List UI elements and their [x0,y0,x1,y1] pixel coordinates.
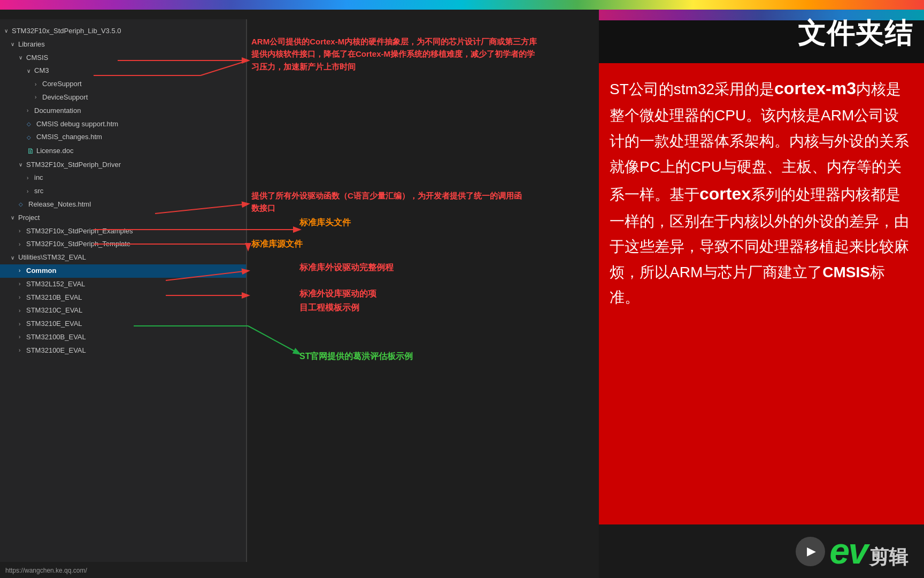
ide-area: ∨ STM32F10x_StdPeriph_Lib_V3.5.0 ∨ Libra… [0,19,599,562]
annotation-eval: ST官网提供的葛洪评估板示例 [299,350,413,363]
file-tree[interactable]: ∨ STM32F10x_StdPeriph_Lib_V3.5.0 ∨ Libra… [0,19,246,562]
tree-coresupport[interactable]: › CoreSupport [0,78,246,91]
ev-brand-logo: ev 剪辑 [829,533,908,571]
annotation-cmsis: ARM公司提供的Cortex-M内核的硬件抽象层，为不同的芯片设计厂商或第三方库… [251,35,537,73]
tree-project[interactable]: ∨ Project [0,211,246,225]
ev-brand-label: 剪辑 [869,544,908,571]
tree-cmsis-debug[interactable]: ◇ CMSIS debug support.htm [0,118,246,131]
tree-stm32100e[interactable]: › STM32100E_EVAL [0,344,246,358]
ev-play-button[interactable]: ▶ [796,537,825,566]
tree-item-label: Utilities\STM32_EVAL [18,252,86,263]
top-gradient-bar [0,0,924,10]
arrow-icon: › [27,187,34,196]
annotation-driver: 提供了所有外设驱动函数（C语言少量汇编），为开发者提供了统一的调用函 数接口 [251,189,522,215]
tree-item-label: Documentation [34,105,81,117]
arrow-icon: › [19,293,26,302]
tree-devicesupport[interactable]: › DeviceSupport [0,91,246,104]
tree-item-label: CMSIS_changes.htm [36,132,102,143]
tree-item-label: Project [18,212,40,224]
tree-item-label: STM32F10x_StdPeriph_Lib_V3.5.0 [12,26,121,37]
tree-item-label: STM3210E_EVAL [26,318,82,330]
arrow-icon: › [19,346,26,355]
annotation-template: 标准外设库驱动的项目工程模板示例 [299,287,376,314]
tree-cmsis-changes[interactable]: ◇ CMSIS_changes.htm [0,131,246,144]
tree-template[interactable]: › STM32F10x_StdPeriph_Template [0,238,246,251]
arrow-icon: › [35,80,42,89]
arrow-icon: › [27,107,34,115]
tree-utilities[interactable]: ∨ Utilities\STM32_EVAL [0,251,246,264]
tree-stm3210b[interactable]: › STM3210B_EVAL [0,291,246,305]
tree-item-label: Common [26,265,56,277]
tree-item-label: DeviceSupport [42,92,88,103]
right-panel-title: 文件夹结 [798,15,913,52]
arrow-icon: › [19,320,26,329]
svg-line-11 [248,326,299,354]
tree-item-label: CoreSupport [42,79,82,90]
tree-release-notes[interactable]: ◇ Release_Notes.html [0,198,246,211]
right-panel: 文件夹结 ST公司的stm32采用的是cortex-m3内核是整个微处理器的CP… [599,10,924,578]
tree-item-label: License.doc [36,146,73,157]
tree-inc[interactable]: › inc [0,171,246,185]
arrow-icon: › [27,174,34,182]
tree-item-label: STM32100B_EVAL [26,332,86,343]
right-panel-content: ST公司的stm32采用的是cortex-m3内核是整个微处理器的CPU。该内核… [599,63,924,524]
tree-item-label: STM32F10x_StdPeriph_Driver [26,159,121,171]
annotation-inc: 标准库头文件 [299,216,351,229]
tree-item-label: STM32F10x_StdPeriph_Examples [26,226,133,237]
arrow-icon: ∨ [19,161,26,169]
ev-text: ev [829,533,867,569]
tree-item-label: STM3210B_EVAL [26,292,82,303]
tree-item-label: CMSIS debug support.htm [36,119,118,130]
tree-item-label: CM3 [34,65,49,77]
bottom-url: https://wangchen.ke.qq.com/ [5,567,87,574]
tree-cm3[interactable]: ∨ CM3 [0,64,246,78]
tree-item-label: src [34,186,43,197]
tree-libraries[interactable]: ∨ Libraries [0,38,246,51]
tree-item-label: Release_Notes.html [28,199,91,210]
arrow-icon: ∨ [27,67,34,75]
arrow-icon: ∨ [19,54,26,62]
vertical-divider [246,19,247,562]
arrow-icon: › [19,240,26,249]
tree-documentation[interactable]: › Documentation [0,104,246,118]
arrow-icon: ∨ [11,214,18,222]
tree-src[interactable]: › src [0,185,246,198]
ev-logo-area: ▶ ev 剪辑 [599,524,924,578]
arrow-icon: › [19,227,26,235]
file-icon: ◇ [27,133,34,142]
tree-license[interactable]: 🗎 License.doc [0,144,246,158]
arrow-icon: › [19,267,26,275]
tree-item-label: CMSIS [26,52,48,64]
tree-examples[interactable]: › STM32F10x_StdPeriph_Examples [0,225,246,238]
tree-cmsis[interactable]: ∨ CMSIS [0,51,246,65]
tree-item-label: STM32100E_EVAL [26,345,86,356]
play-icon: ▶ [807,544,816,558]
bottom-bar: https://wangchen.ke.qq.com/ [0,563,599,578]
tree-root[interactable]: ∨ STM32F10x_StdPeriph_Lib_V3.5.0 [0,25,246,38]
tree-stdperiph-driver[interactable]: ∨ STM32F10x_StdPeriph_Driver [0,158,246,172]
tree-item-label: STM3210C_EVAL [26,305,82,316]
tree-item-label: inc [34,172,43,184]
tree-item-label: STM32L152_EVAL [26,279,85,290]
tree-common[interactable]: › Common [0,264,246,278]
arrow-icon: › [19,333,26,341]
arrow-icon: › [19,307,26,315]
file-icon: ◇ [27,120,34,128]
arrow-icon: › [19,280,26,288]
arrow-icon: ∨ [4,27,12,35]
arrow-icon: ∨ [11,40,18,49]
tree-stm3210e[interactable]: › STM3210E_EVAL [0,317,246,331]
arrow-icon: › [35,93,42,102]
annotation-src: 标准库源文件 [251,238,303,250]
tree-stm32l152[interactable]: › STM32L152_EVAL [0,278,246,291]
arrow-icon: ∨ [11,254,18,262]
annotation-examples: 标准库外设驱动完整例程 [299,261,394,274]
file-icon: ◇ [19,200,26,209]
tree-item-label: STM32F10x_StdPeriph_Template [26,239,130,250]
tree-stm32100b[interactable]: › STM32100B_EVAL [0,331,246,344]
tree-stm3210c[interactable]: › STM3210C_EVAL [0,304,246,317]
file-icon: 🗎 [27,145,34,157]
tree-item-label: Libraries [18,39,45,50]
